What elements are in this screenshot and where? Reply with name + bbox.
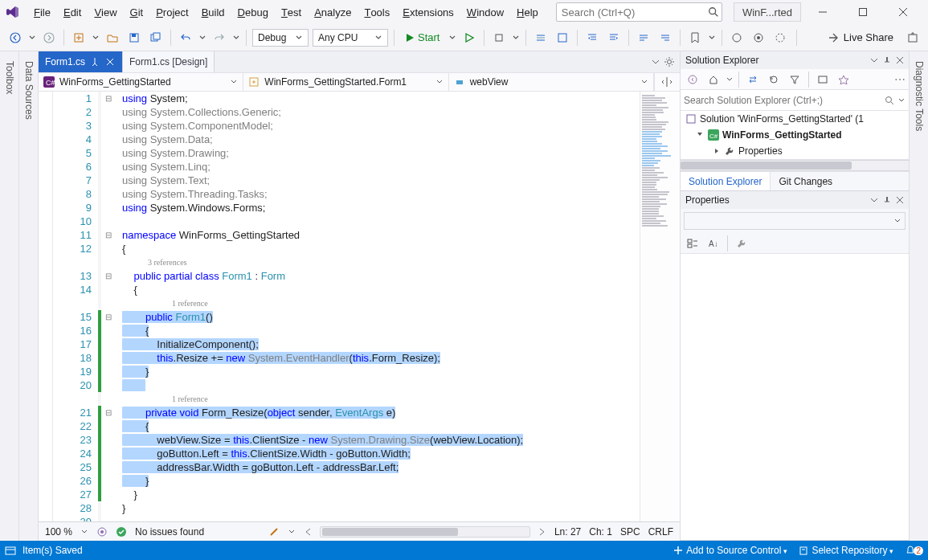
- config-combo[interactable]: Debug: [252, 29, 309, 47]
- forward-button[interactable]: [40, 29, 58, 47]
- project-row[interactable]: C# WinForms_GettingStarted: [681, 127, 909, 143]
- horizontal-scrollbar[interactable]: [320, 526, 530, 538]
- menu-analyze[interactable]: Analyze: [308, 0, 358, 24]
- search-input[interactable]: [557, 6, 705, 18]
- toolbox-rail[interactable]: Toolbox: [0, 51, 19, 541]
- next-icon[interactable]: [538, 527, 546, 537]
- pane-pin-icon[interactable]: [883, 196, 891, 204]
- se-home-icon[interactable]: [705, 71, 722, 88]
- start-button[interactable]: Start: [400, 29, 444, 47]
- platform-combo[interactable]: Any CPU: [313, 29, 388, 47]
- categorized-icon[interactable]: [684, 235, 701, 252]
- pane-close-icon[interactable]: [896, 56, 904, 64]
- se-sync-icon[interactable]: [744, 71, 762, 88]
- pane-dropdown-icon[interactable]: [870, 56, 878, 64]
- menu-tools[interactable]: Tools: [358, 0, 396, 24]
- menu-edit[interactable]: Edit: [57, 0, 88, 24]
- data-sources-rail[interactable]: Data Sources: [19, 51, 39, 541]
- back-button[interactable]: [6, 29, 24, 47]
- open-button[interactable]: [104, 29, 121, 47]
- tb-icon-1[interactable]: [532, 29, 550, 47]
- extensions-button[interactable]: [904, 29, 922, 47]
- menu-window[interactable]: Window: [460, 0, 510, 24]
- step-button[interactable]: [490, 29, 508, 47]
- maximize-button[interactable]: [844, 0, 881, 24]
- settings-c-icon[interactable]: [771, 29, 789, 47]
- redo-button[interactable]: [211, 29, 228, 47]
- props-object-combo[interactable]: [684, 212, 906, 230]
- svg-text:C#: C#: [709, 133, 718, 140]
- tab-close-icon[interactable]: [104, 56, 116, 67]
- wrench-icon[interactable]: [733, 235, 750, 252]
- pane-dropdown-icon[interactable]: [870, 196, 878, 204]
- tab-solution-explorer[interactable]: Solution Explorer: [681, 172, 771, 190]
- svg-rect-69: [800, 547, 807, 554]
- se-back-icon[interactable]: [684, 71, 701, 88]
- tab-form1-cs[interactable]: Form1.cs: [39, 51, 123, 72]
- search-box[interactable]: [556, 2, 722, 22]
- close-button[interactable]: [885, 0, 922, 24]
- undo-button[interactable]: [177, 29, 194, 47]
- se-props-icon[interactable]: [835, 71, 852, 88]
- settings-a-icon[interactable]: [728, 29, 746, 47]
- menu-git[interactable]: Git: [124, 0, 150, 24]
- tab-git-changes[interactable]: Git Changes: [771, 172, 840, 190]
- nav-project-combo[interactable]: C# WinForms_GettingStarted: [39, 73, 243, 91]
- bookmark-button[interactable]: [686, 29, 704, 47]
- properties-row[interactable]: Properties: [681, 143, 909, 159]
- menu-build[interactable]: Build: [195, 0, 231, 24]
- zoom-level[interactable]: 100 %: [45, 526, 72, 538]
- pane-title: Properties: [685, 194, 730, 206]
- split-editor-button[interactable]: [654, 73, 680, 91]
- svg-point-53: [886, 96, 892, 102]
- se-search-input[interactable]: [684, 95, 885, 106]
- se-hscroll[interactable]: [681, 160, 909, 171]
- diagnostic-tools-rail[interactable]: Diagnostic Tools: [909, 51, 928, 541]
- solution-row[interactable]: Solution 'WinForms_GettingStarted' (1: [681, 111, 909, 127]
- scroll-minimap[interactable]: [640, 92, 680, 521]
- code-editor[interactable]: using System;using System.Collections.Ge…: [116, 92, 640, 521]
- menu-file[interactable]: File: [27, 0, 57, 24]
- pane-pin-icon[interactable]: [883, 56, 891, 64]
- select-repository[interactable]: Select Repository: [799, 545, 893, 556]
- nav-class-combo[interactable]: WinForms_GettingStarted.Form1: [243, 73, 448, 91]
- menu-help[interactable]: Help: [510, 0, 545, 24]
- menu-extensions[interactable]: Extensions: [396, 0, 460, 24]
- solution-explorer-search[interactable]: [681, 90, 909, 111]
- se-filter-icon[interactable]: [786, 71, 803, 88]
- screwdriver-icon[interactable]: [268, 526, 280, 538]
- pin-icon[interactable]: [90, 57, 100, 67]
- nav-member-combo[interactable]: webView: [449, 73, 654, 91]
- menu-project[interactable]: Project: [149, 0, 194, 24]
- alpha-icon[interactable]: A↓: [705, 235, 722, 252]
- tab-dropdown-icon[interactable]: [651, 57, 660, 67]
- comment-button[interactable]: [635, 29, 652, 47]
- save-all-button[interactable]: [147, 29, 165, 47]
- menu-debug[interactable]: Debug: [231, 0, 275, 24]
- pane-title: Solution Explorer: [685, 55, 758, 66]
- tab-form1-design[interactable]: Form1.cs [Design]: [123, 51, 215, 72]
- notifications[interactable]: 2: [905, 545, 923, 556]
- add-to-source-control[interactable]: Add to Source Control: [673, 545, 787, 556]
- tb-icon-2[interactable]: [554, 29, 571, 47]
- nav-member-value: webView: [470, 76, 509, 88]
- settings-b-icon[interactable]: [750, 29, 767, 47]
- indent-right-button[interactable]: [605, 29, 623, 47]
- gear-icon[interactable]: [664, 56, 675, 67]
- save-button[interactable]: [125, 29, 143, 47]
- pane-close-icon[interactable]: [896, 196, 904, 204]
- menu-test[interactable]: Test: [275, 0, 308, 24]
- uncomment-button[interactable]: [656, 29, 674, 47]
- start-no-debug-button[interactable]: [460, 29, 478, 47]
- new-button[interactable]: [70, 29, 88, 47]
- live-share-button[interactable]: Live Share: [821, 31, 900, 43]
- se-refresh-icon[interactable]: [765, 71, 783, 88]
- indent-left-button[interactable]: [583, 29, 601, 47]
- minimize-button[interactable]: [804, 0, 841, 24]
- fold-column[interactable]: ⊟⊟⊟⊟⊟: [101, 92, 116, 521]
- breakpoint-margin[interactable]: [39, 92, 53, 521]
- se-showall-icon[interactable]: [814, 71, 832, 88]
- output-icon[interactable]: [5, 545, 16, 556]
- prev-icon[interactable]: [304, 527, 312, 537]
- menu-view[interactable]: View: [88, 0, 123, 24]
